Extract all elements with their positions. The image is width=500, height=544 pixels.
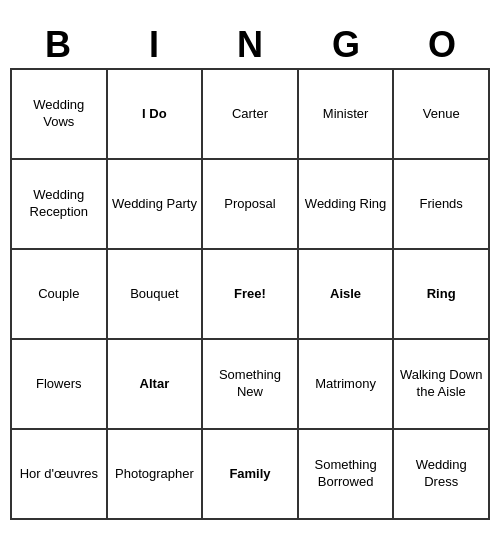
header-n: N	[202, 24, 298, 66]
header-g: G	[298, 24, 394, 66]
cell-r1-c0: Wedding Reception	[11, 159, 107, 249]
bingo-card: B I N G O Wedding VowsI DoCarterMinister…	[10, 24, 490, 520]
cell-r1-c3: Wedding Ring	[298, 159, 394, 249]
cell-r4-c3: Something Borrowed	[298, 429, 394, 519]
cell-r2-c1: Bouquet	[107, 249, 203, 339]
cell-r2-c2: Free!	[202, 249, 298, 339]
cell-r0-c1: I Do	[107, 69, 203, 159]
cell-r1-c4: Friends	[393, 159, 489, 249]
cell-r0-c2: Carter	[202, 69, 298, 159]
cell-r0-c0: Wedding Vows	[11, 69, 107, 159]
header-b: B	[10, 24, 106, 66]
cell-r3-c4: Walking Down the Aisle	[393, 339, 489, 429]
header-o: O	[394, 24, 490, 66]
cell-r3-c3: Matrimony	[298, 339, 394, 429]
cell-r3-c2: Something New	[202, 339, 298, 429]
cell-r3-c0: Flowers	[11, 339, 107, 429]
cell-r1-c1: Wedding Party	[107, 159, 203, 249]
cell-r2-c3: Aisle	[298, 249, 394, 339]
header-i: I	[106, 24, 202, 66]
bingo-grid: Wedding VowsI DoCarterMinisterVenueWeddi…	[10, 68, 490, 520]
cell-r4-c4: Wedding Dress	[393, 429, 489, 519]
cell-r3-c1: Altar	[107, 339, 203, 429]
cell-r0-c3: Minister	[298, 69, 394, 159]
cell-r4-c2: Family	[202, 429, 298, 519]
cell-r0-c4: Venue	[393, 69, 489, 159]
bingo-header: B I N G O	[10, 24, 490, 66]
cell-r4-c1: Photographer	[107, 429, 203, 519]
cell-r1-c2: Proposal	[202, 159, 298, 249]
cell-r2-c0: Couple	[11, 249, 107, 339]
cell-r4-c0: Hor d'œuvres	[11, 429, 107, 519]
cell-r2-c4: Ring	[393, 249, 489, 339]
